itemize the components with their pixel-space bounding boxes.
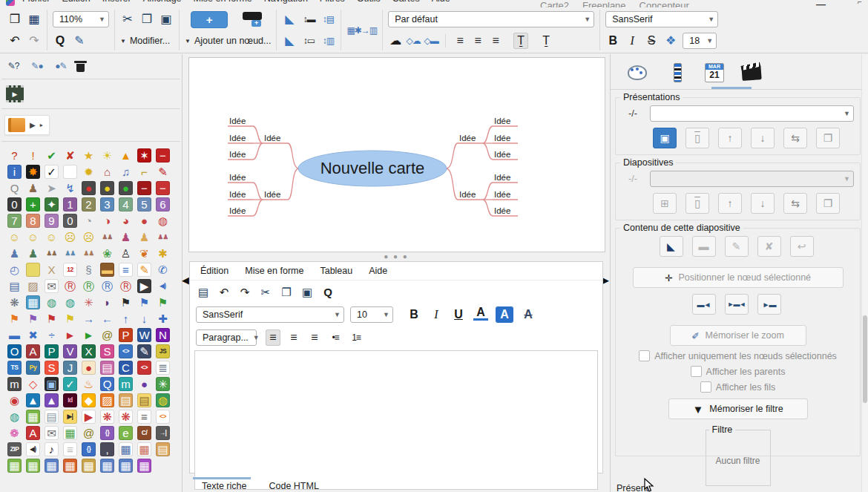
window-corner-controls[interactable]: ⌐ ¬ — [858, 0, 868, 7]
palette-icon[interactable]: Q — [7, 181, 22, 195]
palette-icon[interactable]: ZIP — [7, 442, 22, 456]
palette-icon[interactable]: {} — [100, 426, 114, 440]
palette-icon[interactable]: V — [63, 344, 77, 358]
cloud-icon[interactable]: ☁ — [388, 33, 403, 49]
align-left-icon[interactable]: ≡ — [453, 33, 467, 49]
palette-icon[interactable]: ⚑ — [45, 312, 59, 326]
palette-icon[interactable]: ♨ — [82, 377, 96, 391]
palette-icon[interactable]: ↯ — [63, 181, 77, 195]
palette-icon[interactable]: ✓ — [63, 377, 77, 391]
palette-icon[interactable]: @ — [100, 328, 114, 342]
palette-icon[interactable]: ▦ — [63, 459, 77, 473]
palette-icon[interactable]: ◆ — [82, 393, 96, 407]
palette-icon[interactable]: ▨ — [100, 393, 114, 407]
palette-icon[interactable]: ✘ — [63, 148, 77, 163]
swap-icon[interactable]: ⇆ — [783, 193, 807, 214]
palette-icon[interactable]: Q — [100, 377, 114, 391]
palette-icon[interactable]: ▲ — [26, 393, 40, 407]
copy-slide-icon[interactable]: ❐ — [816, 193, 840, 214]
palette-icon[interactable]: Ⓡ — [119, 279, 133, 293]
palette-icon[interactable]: X — [82, 344, 96, 358]
palette-icon[interactable]: ❋ — [7, 295, 22, 309]
style-select[interactable]: Par défaut▼ — [388, 11, 594, 27]
edit-pen-icon[interactable]: ✎ — [72, 33, 87, 49]
palette-icon[interactable]: C/ — [137, 426, 151, 440]
palette-icon[interactable]: i — [7, 165, 22, 179]
palette-icon[interactable]: ≣ — [156, 361, 170, 375]
palette-icon[interactable]: ⌂ — [100, 165, 114, 179]
palette-icon[interactable]: ❦ — [137, 246, 151, 260]
palette-icon[interactable]: A — [26, 426, 40, 440]
palette-icon[interactable]: ▦ — [119, 459, 133, 473]
palette-icon[interactable]: ♟♟ — [63, 246, 77, 260]
node-spacing-alt-icon[interactable]: ↕▭ — [301, 33, 316, 49]
redo-icon[interactable]: ↷ — [27, 33, 42, 49]
palette-icon[interactable]: § — [82, 263, 96, 277]
palette-icon[interactable]: ▤ — [100, 361, 114, 375]
palette-icon[interactable]: ▤ — [156, 442, 170, 456]
palette-icon[interactable]: ▦ — [63, 426, 77, 440]
palette-icon[interactable]: 0 — [63, 214, 77, 228]
modify-dropdown[interactable]: ▼Modifier... — [120, 36, 170, 46]
collapse-left-icon[interactable]: ◀ — [182, 275, 189, 286]
palette-icon[interactable]: ▤ — [119, 393, 133, 407]
palette-icon[interactable]: ♟♟ — [45, 246, 59, 260]
node-dash-icon[interactable]: ▬ — [692, 236, 716, 257]
palette-icon[interactable]: ✳ — [156, 377, 170, 391]
palette-icon[interactable]: + — [26, 197, 40, 211]
child-spacing-icon[interactable]: ↕▤ — [320, 11, 335, 27]
add-sibling-node-button[interactable]: + — [191, 11, 228, 28]
palette-icon[interactable]: ♟ — [119, 230, 133, 244]
palette-icon[interactable]: , — [100, 442, 114, 456]
palette-icon[interactable]: ▦ — [26, 459, 40, 473]
move-down-icon[interactable]: ↓ — [751, 128, 775, 148]
palette-icon[interactable]: ✦ — [45, 197, 59, 211]
palette-icon[interactable]: ☀ — [100, 148, 114, 163]
palette-icon[interactable]: ✎ — [137, 344, 151, 358]
palette-icon[interactable]: e — [119, 426, 133, 440]
palette-icon[interactable]: ▤ — [7, 279, 22, 293]
palette-icon[interactable]: ◍ — [7, 410, 22, 424]
font-size-select[interactable]: 18▼ — [683, 33, 717, 49]
palette-icon[interactable]: ✚ — [156, 312, 170, 326]
menu-item[interactable]: Mise en forme — [245, 266, 303, 276]
palette-icon[interactable]: ♙ — [119, 246, 133, 260]
palette-icon[interactable]: ◗ — [100, 295, 114, 309]
text-rtl-icon[interactable]: Ṯ — [539, 33, 553, 49]
palette-icon[interactable]: N — [156, 328, 170, 342]
palette-icon[interactable] — [63, 165, 77, 179]
palette-icon[interactable]: C — [119, 361, 133, 375]
add-child-node-button[interactable]: + — [240, 11, 265, 27]
palette-icon[interactable]: ▶ — [82, 410, 96, 424]
move-up-icon[interactable]: ↑ — [718, 128, 742, 148]
palette-icon[interactable]: ★ — [82, 148, 96, 163]
palette-icon[interactable]: ● — [137, 377, 151, 391]
palette-icon[interactable]: ▲ — [45, 393, 59, 407]
mindmap-node[interactable]: Idée — [264, 134, 280, 142]
align-right-icon[interactable]: ≡ — [307, 329, 322, 346]
palette-icon[interactable]: ♫ — [119, 165, 133, 179]
palette-icon[interactable]: ◔ — [82, 214, 96, 228]
menu-item[interactable]: Outils — [357, 0, 381, 4]
palette-icon[interactable]: ▬ — [7, 328, 22, 342]
bullet-list-icon[interactable]: •≡ — [328, 329, 343, 346]
palette-icon[interactable]: ● — [82, 361, 96, 375]
mindmap-node[interactable]: Idée — [459, 190, 476, 199]
palette-icon[interactable]: ➤ — [45, 181, 59, 195]
palette-icon[interactable]: ✉ — [45, 279, 59, 293]
font-color-icon[interactable]: ❖ — [663, 33, 678, 49]
bold-icon[interactable]: B — [407, 306, 421, 323]
center-node-icon[interactable]: ►▬◄ — [725, 294, 749, 315]
palette-icon[interactable]: ? — [7, 148, 22, 163]
palette-icon[interactable]: ▤ — [137, 393, 151, 407]
mindmap-node[interactable]: Idée — [264, 190, 280, 199]
palette-icon[interactable]: − — [137, 181, 151, 195]
search-icon[interactable]: Q — [53, 33, 68, 49]
palette-icon[interactable]: ♟♟ — [100, 230, 114, 244]
paste-icon[interactable]: ▣ — [300, 283, 315, 300]
palette-icon[interactable]: ◴ — [7, 263, 22, 277]
palette-icon[interactable]: S — [100, 344, 114, 358]
tab-presentation[interactable] — [735, 62, 768, 84]
palette-icon[interactable]: ▲ — [119, 148, 133, 163]
palette-icon[interactable]: ☹ — [63, 230, 77, 244]
